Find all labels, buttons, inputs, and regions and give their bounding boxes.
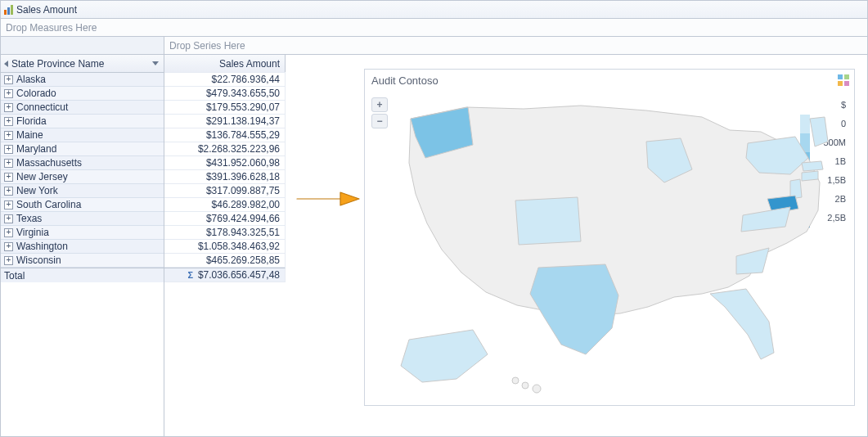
map-title: Audit Contoso [365,70,854,88]
table-row[interactable]: +New York [1,183,164,198]
collapse-icon [4,61,8,67]
row-list: +Alaska+Colorado+Connecticut+Florida+Mai… [1,73,164,437]
row-label: Wisconsin [16,255,61,266]
value-cell: $2.268.325.223,96 [164,142,286,156]
row-label: Maine [16,129,43,141]
table-row[interactable]: +Florida [1,114,164,128]
table-row[interactable]: +Washington [1,239,164,254]
expand-icon[interactable]: + [4,131,13,140]
row-label: Alaska [16,74,46,85]
value-cell: $1.058.348.463,92 [164,239,286,254]
chart-icon [4,5,13,15]
table-row[interactable]: +New Jersey [1,169,164,184]
row-header-button[interactable]: State Province Name [1,55,164,73]
total-row: Total [1,268,164,282]
row-label: Colorado [16,88,56,99]
value-cell: $317.099.887,75 [164,183,286,198]
table-row[interactable]: +Maine [1,128,164,142]
total-value-cell: Σ$7.036.656.457,48 [164,268,286,282]
svg-rect-1 [844,74,849,79]
table-row[interactable]: +Virginia [1,225,164,240]
table-row[interactable]: +Wisconsin [1,253,164,268]
value-cell: $178.943.325,51 [164,225,286,240]
svg-point-6 [533,385,541,393]
expand-icon[interactable]: + [4,228,13,237]
corner-spacer [1,37,164,55]
value-cell: $136.784.555,29 [164,128,286,142]
svg-rect-2 [838,81,843,86]
table-row[interactable]: +Colorado [1,86,164,101]
svg-rect-3 [844,81,849,86]
expand-icon[interactable]: + [4,89,13,98]
value-header[interactable]: Sales Amount [164,55,286,73]
expand-icon[interactable]: + [4,159,13,168]
expand-icon[interactable]: + [4,145,13,154]
chart-type-icon[interactable] [838,74,849,86]
svg-rect-0 [838,74,843,79]
row-label: New Jersey [16,171,68,182]
table-row[interactable]: +Massachusetts [1,155,164,170]
window-titlebar: Sales Amount [1,1,867,19]
drop-measures-zone[interactable]: Drop Measures Here [1,19,867,37]
expand-icon[interactable]: + [4,75,13,84]
drop-series-zone[interactable]: Drop Series Here [164,37,867,55]
expand-icon[interactable]: + [4,103,13,112]
drop-measures-label: Drop Measures Here [6,22,97,34]
map-panel: Audit Contoso + − [364,69,855,406]
table-row[interactable]: +South Carolina [1,197,164,212]
value-cell: $22.786.936,44 [164,72,286,87]
value-cell: $479.343.655,50 [164,86,286,101]
row-label: Texas [16,213,42,224]
row-label: Maryland [16,143,56,155]
us-map[interactable] [376,94,843,400]
expand-icon[interactable]: + [4,200,13,209]
expand-icon[interactable]: + [4,214,13,223]
row-label: New York [16,185,58,196]
value-cell: $179.553.290,07 [164,100,286,115]
chevron-down-icon [152,61,159,65]
value-header-label: Sales Amount [219,58,280,70]
row-label: Virginia [16,227,49,238]
table-row[interactable]: +Maryland [1,142,164,156]
row-label: Washington [16,241,68,252]
expand-icon[interactable]: + [4,187,13,196]
expand-icon[interactable]: + [4,256,13,265]
row-label: South Carolina [16,199,81,210]
expand-icon[interactable]: + [4,242,13,251]
svg-point-5 [522,382,528,389]
value-cell: $769.424.994,66 [164,211,286,226]
value-cell: $431.952.060,98 [164,155,286,170]
drop-series-label: Drop Series Here [169,40,245,52]
table-row[interactable]: +Texas [1,211,164,226]
row-header-label: State Province Name [11,58,104,70]
row-label: Florida [16,115,47,127]
value-cell: $46.289.982,00 [164,197,286,212]
value-cell: $465.269.258,85 [164,253,286,268]
table-row[interactable]: +Connecticut [1,100,164,115]
window-title: Sales Amount [16,4,77,16]
row-axis-panel: State Province Name +Alaska+Colorado+Con… [1,37,164,437]
row-label: Connecticut [16,101,68,113]
row-label: Massachusetts [16,157,82,169]
sigma-icon: Σ [187,271,195,279]
expand-icon[interactable]: + [4,117,13,126]
value-cell: $291.138.194,37 [164,114,286,128]
value-cell: $391.396.628,18 [164,169,286,184]
svg-point-4 [512,377,519,384]
expand-icon[interactable]: + [4,173,13,182]
value-column: Sales Amount $22.786.936,44$479.343.655,… [164,55,286,437]
table-row[interactable]: +Alaska [1,73,164,87]
